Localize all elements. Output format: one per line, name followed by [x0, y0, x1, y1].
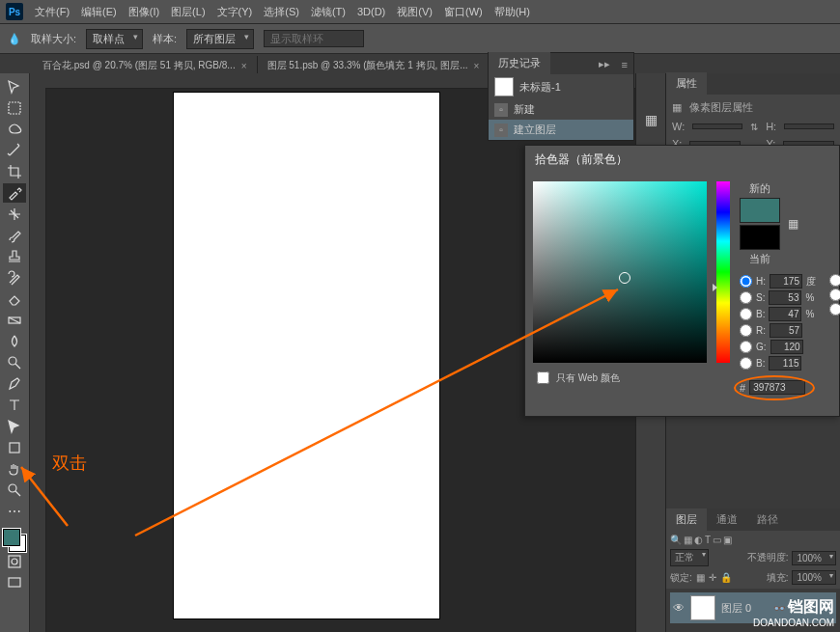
r-label: R: — [756, 325, 766, 336]
filter-kind-icon[interactable]: 🔍 — [670, 535, 682, 545]
blur-tool[interactable] — [3, 332, 26, 351]
options-search-input[interactable] — [264, 30, 364, 47]
hand-tool[interactable] — [3, 459, 26, 479]
web-only-checkbox[interactable] — [537, 371, 549, 384]
l-radio[interactable] — [829, 274, 840, 287]
close-icon[interactable]: × — [241, 61, 247, 71]
lock-label: 锁定: — [670, 571, 692, 585]
menu-layer[interactable]: 图层(L) — [171, 5, 205, 19]
menu-filter[interactable]: 滤镜(T) — [311, 5, 346, 19]
sample-size-label: 取样大小: — [31, 32, 76, 46]
bl-radio[interactable] — [740, 357, 752, 370]
heal-tool[interactable] — [3, 205, 26, 224]
zoom-tool[interactable] — [3, 481, 26, 500]
document-canvas[interactable] — [174, 93, 439, 618]
foreground-swatch[interactable] — [3, 529, 20, 546]
paths-tab[interactable]: 路径 — [747, 508, 788, 531]
edit-toolbar-icon[interactable]: ⋯ — [3, 502, 26, 521]
sample-size-dropdown[interactable]: 取样点 — [86, 29, 143, 49]
menu-type[interactable]: 文字(Y) — [217, 5, 253, 19]
history-step[interactable]: ▫新建 — [489, 99, 633, 120]
menu-3d[interactable]: 3D(D) — [357, 6, 385, 17]
link-icon[interactable]: ⇅ — [750, 122, 758, 132]
h-radio[interactable] — [740, 275, 752, 288]
shape-tool[interactable] — [3, 438, 26, 457]
history-brush-tool[interactable] — [3, 268, 26, 288]
menu-edit[interactable]: 编辑(E) — [81, 5, 117, 19]
b-radio[interactable] — [740, 308, 752, 320]
visibility-icon[interactable]: 👁 — [673, 601, 685, 615]
filter-adjust-icon[interactable]: ◐ — [694, 535, 703, 545]
hex-input[interactable] — [749, 380, 805, 395]
blend-mode-dropdown[interactable]: 正常 — [670, 549, 709, 566]
document-tab[interactable]: 百合花.psd @ 20.7% (图层 51 拷贝, RGB/8...× — [33, 56, 258, 75]
add-swatch-icon[interactable]: ▦ — [788, 217, 798, 231]
watermark-icon: 👓 — [773, 603, 788, 614]
history-tab[interactable]: 历史记录 — [489, 52, 550, 74]
menu-window[interactable]: 窗口(W) — [444, 5, 483, 19]
menu-image[interactable]: 图像(I) — [128, 5, 159, 19]
bb-radio[interactable] — [829, 303, 840, 316]
filter-type-icon[interactable]: T — [705, 535, 711, 545]
g-radio[interactable] — [740, 341, 752, 353]
menu-select[interactable]: 选择(S) — [264, 5, 299, 19]
eraser-tool[interactable] — [3, 289, 26, 309]
close-icon[interactable]: × — [473, 61, 479, 71]
lock-position-icon[interactable]: ✛ — [709, 572, 716, 583]
path-tool[interactable] — [3, 417, 26, 436]
eyedropper-tool[interactable] — [3, 183, 26, 203]
collapse-icon[interactable]: ▸▸ — [593, 54, 616, 74]
a-radio[interactable] — [829, 289, 840, 301]
hue-strip[interactable] — [716, 181, 730, 363]
wand-tool[interactable] — [3, 141, 26, 160]
gradient-tool[interactable] — [3, 311, 26, 330]
quickmask-tool[interactable] — [3, 552, 26, 571]
menu-file[interactable]: 文件(F) — [35, 5, 70, 19]
menu-view[interactable]: 视图(V) — [397, 5, 433, 19]
h-input[interactable] — [770, 274, 802, 289]
b-input[interactable] — [769, 307, 801, 321]
ruler-vertical[interactable] — [30, 89, 46, 632]
lock-pixels-icon[interactable]: ▦ — [696, 572, 705, 583]
height-input[interactable] — [784, 124, 834, 129]
screenmode-tool[interactable] — [3, 573, 26, 592]
saturation-value-box[interactable] — [533, 181, 707, 363]
lock-all-icon[interactable]: 🔒 — [720, 572, 732, 583]
opacity-input[interactable]: 100% — [792, 551, 836, 565]
pen-tool[interactable] — [3, 374, 26, 394]
s-radio[interactable] — [740, 291, 752, 304]
sample-source-dropdown[interactable]: 所有图层 — [186, 29, 254, 49]
crop-tool[interactable] — [3, 162, 26, 181]
channels-tab[interactable]: 通道 — [707, 508, 747, 531]
fill-input[interactable]: 100% — [792, 570, 836, 585]
menu-help[interactable]: 帮助(H) — [494, 5, 530, 19]
marquee-tool[interactable] — [3, 98, 26, 118]
move-tool[interactable] — [3, 77, 26, 96]
color-swatches[interactable] — [3, 529, 26, 552]
lasso-tool[interactable] — [3, 120, 26, 139]
stamp-tool[interactable] — [3, 247, 26, 266]
layer-name[interactable]: 图层 0 — [721, 601, 751, 616]
dodge-tool[interactable] — [3, 353, 26, 372]
current-color-label: 当前 — [749, 252, 770, 266]
filter-pixel-icon[interactable]: ▦ — [684, 535, 692, 545]
filter-smart-icon[interactable]: ▣ — [723, 535, 732, 545]
document-tab[interactable]: 图层 51.psb @ 33.3% (颜色填充 1 拷贝, 图层...× — [258, 56, 490, 75]
layers-tab[interactable]: 图层 — [666, 508, 707, 531]
history-step[interactable]: ▫建立图层 — [489, 120, 633, 140]
new-color-swatch — [740, 198, 780, 223]
history-document-row[interactable]: 未标题-1 — [489, 74, 633, 99]
width-input[interactable] — [692, 124, 742, 129]
bl-input[interactable] — [769, 356, 801, 371]
s-input[interactable] — [769, 290, 801, 305]
r-input[interactable] — [770, 323, 802, 338]
brush-tool[interactable] — [3, 226, 26, 245]
g-input[interactable] — [770, 340, 803, 354]
filter-shape-icon[interactable]: ▭ — [713, 535, 721, 545]
layer-thumbnail[interactable] — [690, 595, 715, 620]
panel-icon[interactable]: ▦ — [645, 112, 658, 127]
panel-menu-icon[interactable]: ≡ — [616, 55, 633, 74]
r-radio[interactable] — [740, 324, 752, 337]
properties-tab[interactable]: 属性 — [666, 72, 707, 95]
type-tool[interactable] — [3, 396, 26, 415]
